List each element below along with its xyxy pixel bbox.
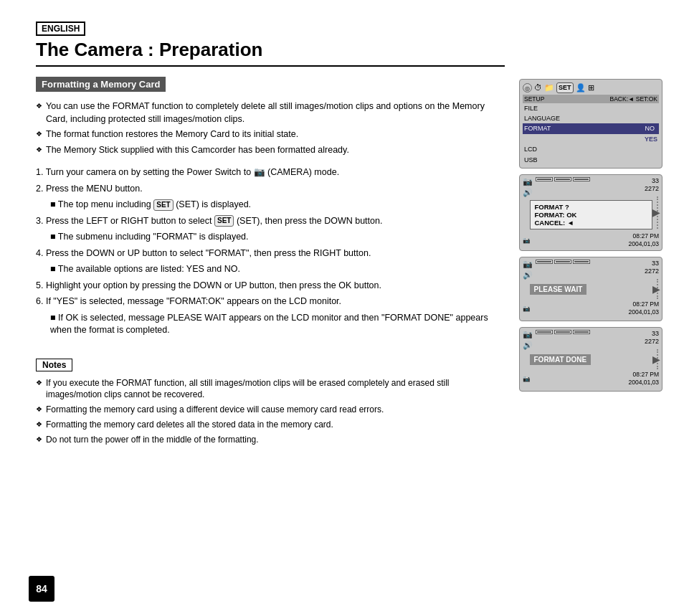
main-title: The Camera : Preparation xyxy=(36,39,505,67)
cam2-time: 08:27 PM2004,01,03 xyxy=(628,232,659,248)
cam3-battery-fill xyxy=(537,261,551,262)
cam3-battery-bar2 xyxy=(554,260,571,264)
note-3: Formatting the memory card deletes all t… xyxy=(36,419,505,431)
icon-person-top: 👤 xyxy=(576,83,586,93)
cam4-battery xyxy=(536,330,645,334)
menu-yes-label: YES xyxy=(645,134,657,144)
intro-bullet-1: You can use the FORMAT function to compl… xyxy=(36,100,505,125)
step-6: 6. If "YES" is selected, message "FORMAT… xyxy=(36,295,505,308)
intro-bullet-3: The Memory Stick supplied with this Camc… xyxy=(36,144,505,157)
format-cancel-line: CANCEL: ◄ xyxy=(535,219,647,227)
menu-item-lcd: LCD xyxy=(523,144,659,154)
cam2-arrow-icon: ▶ xyxy=(652,207,660,218)
cam4-bottom: 📷 08:27 PM2004,01,03 xyxy=(523,371,659,387)
icon-folder: 📁 xyxy=(544,83,554,93)
cam3-battery-bar3 xyxy=(573,260,590,264)
cam3-cam-icon-bottom: 📷 xyxy=(523,305,531,312)
cam2-bottom: 📷 08:27 PM2004,01,03 xyxy=(523,232,659,248)
intro-bullets: You can use the FORMAT function to compl… xyxy=(36,100,505,156)
please-wait-panel: 📷 🔊 332272 ▶ PLEASE WAIT 📷 xyxy=(519,257,662,321)
notes-label: Notes xyxy=(36,359,72,371)
cam3-bottom: 📷 08:27 PM2004,01,03 xyxy=(523,300,659,316)
cam3-time: 08:27 PM2004,01,03 xyxy=(628,300,659,316)
cam3-battery-fill2 xyxy=(556,261,570,262)
left-column: ENGLISH The Camera : Preparation Formatt… xyxy=(36,22,519,602)
format-done-panel: 📷 🔊 332272 ▶ FORMAT DONE 📷 xyxy=(519,327,662,392)
please-wait-text: PLEASE WAIT xyxy=(530,284,587,295)
page: ENGLISH The Camera : Preparation Formatt… xyxy=(0,0,684,616)
step-6-num: 6. xyxy=(36,296,46,306)
set-icon-2: SET xyxy=(214,215,234,227)
cam3-camera-icon: 📷 xyxy=(523,260,533,269)
cam3-top: 📷 🔊 332272 xyxy=(523,260,659,280)
format-q-line: FORMAT ? xyxy=(535,203,647,211)
cam3-battery xyxy=(536,260,645,264)
cam4-cam-icon-bottom: 📷 xyxy=(523,375,531,382)
menu-header: SETUP BACK:◄ SET:OK xyxy=(523,95,659,103)
cam3-battery-bar xyxy=(536,260,553,264)
step-3-num: 3. xyxy=(36,216,46,226)
cam2-top: 📷 🔊 332272 xyxy=(523,177,659,197)
cam4-person-icon: 🔊 xyxy=(523,341,533,350)
step-2-num: 2. xyxy=(36,184,46,194)
step-1-num: 1. xyxy=(36,167,46,177)
note-2: Formatting the memory card using a diffe… xyxy=(36,404,505,416)
cam3-counter: 332272 xyxy=(645,260,659,275)
cam4-battery-bar2 xyxy=(554,330,571,334)
notes-section: Notes If you execute the FORMAT function… xyxy=(36,359,505,446)
menu-item-language: LANGUAGE xyxy=(523,113,659,123)
icon-grid: ⊞ xyxy=(588,83,594,93)
step-1: 1. Turn your camera on by setting the Po… xyxy=(36,166,505,179)
menu-format-no: NO xyxy=(645,123,658,133)
cam2-battery-bar3 xyxy=(573,177,590,181)
cam2-battery-bar xyxy=(536,177,553,181)
cam2-camera-icon: 📷 xyxy=(523,177,533,186)
menu-setup-label: SETUP xyxy=(524,95,544,103)
step-3: 3. Press the LEFT or RIGHT button to sel… xyxy=(36,215,505,228)
cam4-battery-bar3 xyxy=(573,330,590,334)
format-confirm-panel: 📷 🔊 332272 ▶ FORMAT ? FORMAT: OK xyxy=(519,174,662,251)
menu-items: FILE LANGUAGE FORMAT NO YES LCD USB xyxy=(523,103,659,165)
menu-panel: ◎ ⏱ 📁 SET 👤 ⊞ SETUP BACK:◄ SET:OK FILE L… xyxy=(519,79,662,169)
note-1: If you execute the FORMAT function, all … xyxy=(36,377,505,402)
cam3-icons-left: 📷 🔊 xyxy=(523,260,533,280)
please-wait-container: PLEASE WAIT xyxy=(530,285,652,293)
format-done-container: FORMAT DONE xyxy=(530,356,652,364)
cam2-battery-fill2 xyxy=(556,179,570,180)
step-5-num: 5. xyxy=(36,280,46,290)
cam4-counter: 332272 xyxy=(645,330,659,346)
cam4-battery-fill2 xyxy=(556,331,570,333)
icon-circle-1: ◎ xyxy=(523,83,532,93)
cam4-icons-left: 📷 🔊 xyxy=(523,330,533,350)
cam2-battery-fill xyxy=(537,179,551,180)
cam2-battery-bar2 xyxy=(554,177,571,181)
steps-list: 1. Turn your camera on by setting the Po… xyxy=(36,166,505,337)
cam2-counter: 332272 xyxy=(645,177,659,193)
step-4: 4. Press the DOWN or UP button to select… xyxy=(36,247,505,260)
cam3-battery-fill3 xyxy=(574,261,589,262)
cam4-battery-fill3 xyxy=(574,331,589,333)
set-icon-1: SET xyxy=(153,199,173,211)
cam2-person-icon: 🔊 xyxy=(523,188,533,197)
step-2-sub: The top menu including SET (SET) is disp… xyxy=(36,199,505,212)
cam3-person-icon: 🔊 xyxy=(523,270,533,280)
menu-back-label: BACK:◄ SET:OK xyxy=(609,95,657,103)
cam4-battery-bar xyxy=(536,330,553,334)
cam4-top: 📷 🔊 332272 xyxy=(523,330,659,350)
format-dialog: FORMAT ? FORMAT: OK CANCEL: ◄ xyxy=(530,200,652,229)
note-4: Do not turn the power off in the middle … xyxy=(36,434,505,446)
right-column: ◎ ⏱ 📁 SET 👤 ⊞ SETUP BACK:◄ SET:OK FILE L… xyxy=(519,22,662,602)
menu-format-label: FORMAT xyxy=(524,123,551,133)
cam2-cam-icon-bottom: 📷 xyxy=(523,237,531,244)
menu-item-usb: USB xyxy=(523,155,659,165)
cam4-camera-icon: 📷 xyxy=(523,330,533,339)
page-number: 84 xyxy=(29,576,54,602)
step-3-sub: The submenu including "FORMAT" is displa… xyxy=(36,231,505,244)
menu-item-format: FORMAT NO xyxy=(523,123,659,133)
cam4-battery-fill xyxy=(537,331,551,333)
intro-bullet-2: The format function restores the Memory … xyxy=(36,128,505,141)
language-label: ENGLISH xyxy=(36,22,85,36)
cam2-battery xyxy=(536,177,645,181)
cam4-time: 08:27 PM2004,01,03 xyxy=(628,371,659,387)
menu-top-icons: ◎ ⏱ 📁 SET 👤 ⊞ xyxy=(523,82,659,95)
